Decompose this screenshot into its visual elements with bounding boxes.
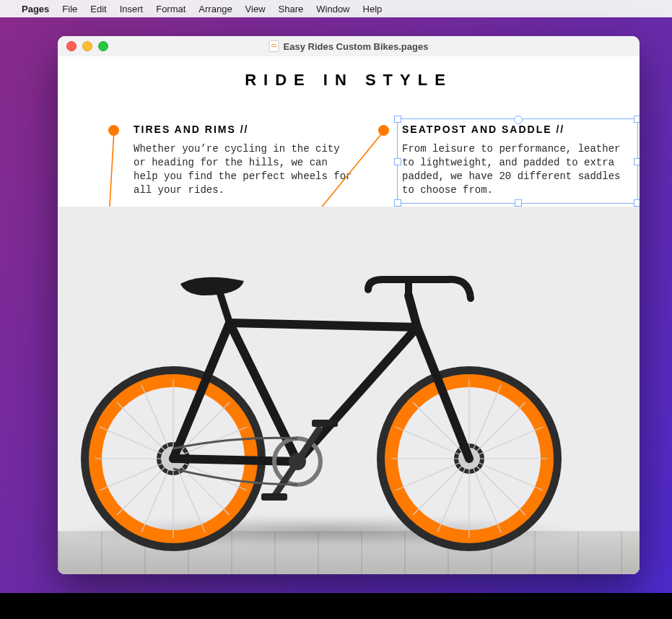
resize-handle-bl[interactable]: [394, 199, 401, 207]
screen-bottom-bar: [0, 593, 672, 619]
document-icon: [269, 40, 279, 52]
textbox-saddle-heading: SEATPOST AND SADDLE: [402, 123, 626, 137]
minimize-button[interactable]: [82, 41, 92, 51]
svg-line-48: [409, 295, 417, 327]
textbox-saddle[interactable]: SEATPOST AND SADDLE From leisure to perf…: [402, 123, 626, 196]
svg-line-40: [469, 385, 501, 459]
zoom-button[interactable]: [98, 41, 108, 51]
textbox-saddle-body: From leisure to performance, leather to …: [402, 142, 626, 197]
saddle: [180, 277, 244, 323]
macos-menubar: Pages File Edit Insert Format Arrange Vi…: [0, 0, 672, 17]
svg-line-13: [117, 459, 173, 515]
svg-line-38: [396, 459, 469, 490]
svg-line-45: [230, 323, 417, 327]
svg-line-31: [469, 459, 525, 515]
window-titlebar[interactable]: Easy Rides Custom Bikes.pages: [58, 36, 640, 57]
svg-rect-54: [261, 493, 287, 501]
callout-dot-tires[interactable]: [108, 125, 119, 136]
textbox-tires[interactable]: TIRES AND RIMS Whether you’re cycling in…: [134, 123, 357, 196]
pages-window: Easy Rides Custom Bikes.pages RIDE IN ST…: [58, 36, 640, 574]
svg-line-33: [469, 402, 525, 459]
document-canvas[interactable]: RIDE IN STYLE TIRES AND RIMS Whether you…: [58, 56, 640, 574]
menu-file[interactable]: File: [62, 4, 77, 14]
svg-rect-56: [312, 420, 338, 427]
menu-share[interactable]: Share: [279, 4, 304, 14]
svg-line-19: [100, 459, 173, 490]
resize-handle-ml[interactable]: [394, 158, 401, 165]
svg-line-12: [173, 459, 230, 515]
svg-line-37: [469, 459, 543, 490]
menu-view[interactable]: View: [245, 4, 266, 14]
page-title[interactable]: RIDE IN STYLE: [58, 71, 640, 90]
menu-insert[interactable]: Insert: [120, 4, 144, 14]
resize-handle-tl[interactable]: [394, 116, 401, 123]
bicycle-illustration: [58, 242, 592, 553]
textbox-tires-body: Whether you’re cycling in the city or he…: [134, 142, 357, 197]
callout-dot-saddle[interactable]: [378, 125, 389, 136]
image-placeholder[interactable]: [58, 207, 640, 574]
svg-line-22: [141, 459, 173, 532]
resize-handle-mr[interactable]: [634, 158, 640, 165]
resize-handle-tr[interactable]: [634, 116, 640, 123]
svg-line-43: [173, 459, 297, 462]
menu-window[interactable]: Window: [316, 4, 349, 14]
resize-handle-br[interactable]: [634, 199, 640, 207]
svg-line-17: [100, 427, 173, 459]
menu-arrange[interactable]: Arrange: [198, 4, 232, 14]
window-title: Easy Rides Custom Bikes.pages: [269, 40, 429, 52]
window-controls: [58, 41, 108, 51]
handlebars: [368, 280, 471, 298]
svg-line-35: [469, 459, 501, 532]
svg-line-53: [274, 462, 297, 496]
svg-line-39: [469, 427, 543, 459]
textbox-tires-heading: TIRES AND RIMS: [134, 123, 357, 137]
menu-help[interactable]: Help: [363, 4, 383, 14]
close-button[interactable]: [66, 41, 77, 51]
svg-line-32: [413, 459, 469, 515]
menu-format[interactable]: Format: [156, 4, 186, 14]
svg-line-11: [117, 402, 173, 459]
menu-app[interactable]: Pages: [22, 4, 49, 14]
svg-line-15: [141, 385, 173, 459]
window-title-text: Easy Rides Custom Bikes.pages: [284, 41, 429, 52]
resize-handle-mb[interactable]: [515, 199, 522, 207]
svg-line-41: [437, 459, 469, 532]
menu-edit[interactable]: Edit: [90, 4, 106, 14]
